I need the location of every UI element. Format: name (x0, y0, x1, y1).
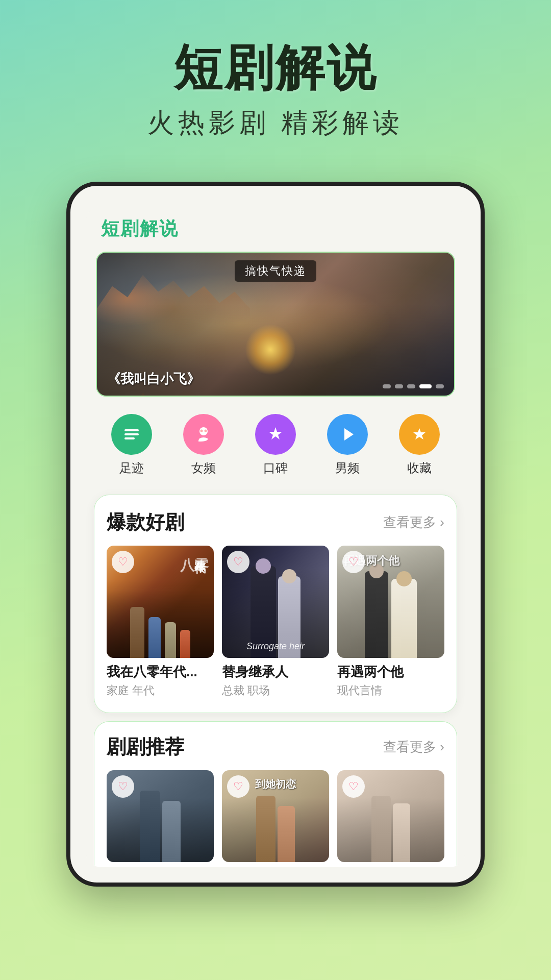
crowd-left (97, 253, 250, 365)
svg-rect-1 (124, 433, 139, 435)
main-subtitle: 火热影剧 精彩解读 (20, 105, 531, 141)
drama-name-2: 替身继承人 (222, 663, 329, 681)
cat-label-shoucang: 收藏 (407, 460, 432, 476)
heart-btn-5[interactable]: ♡ (227, 775, 249, 798)
cat-icon-koubei (255, 414, 296, 455)
drama-name-3: 再遇两个他 (337, 663, 444, 681)
svg-rect-2 (124, 437, 135, 439)
cat-item-nvpin[interactable]: 女频 (183, 414, 224, 476)
cat-item-koubei[interactable]: 口碑 (255, 414, 296, 476)
cat-icon-zuji (111, 414, 152, 455)
dot-5 (436, 384, 444, 388)
drama-grid: 八零年代 ♡ 我在八零年代... 家庭 年代 (107, 546, 444, 698)
recommend-cover-3: ♡ (337, 770, 444, 862)
banner-image: 搞快气快递 《我叫白小飞》 (97, 253, 454, 396)
cat-icon-shoucang (399, 414, 440, 455)
drama-cover-2: Surrogate heir ♡ (222, 546, 329, 658)
svg-point-4 (201, 429, 203, 432)
cat-item-shoucang[interactable]: 收藏 (399, 414, 440, 476)
banner-dots (383, 384, 444, 388)
section-hot-title: 爆款好剧 (107, 509, 184, 535)
drama-name-1: 我在八零年代... (107, 663, 214, 681)
cat-label-zuji: 足迹 (119, 460, 144, 476)
drama-cover-1: 八零年代 ♡ (107, 546, 214, 658)
page-header: 短剧解说 火热影剧 精彩解读 (0, 0, 551, 161)
section-hot-dramas: 爆款好剧 查看更多 › (94, 495, 457, 713)
recommend-grid: ♡ 到她初恋 ♡ (107, 770, 444, 862)
categories-row: 足迹 女频 口碑 (86, 402, 465, 486)
section-recommend-more[interactable]: 查看更多 › (383, 738, 444, 756)
drama-cover-3: 再遇两个他 ♡ (337, 546, 444, 658)
app-screen: 短剧解说 搞快气快递 《我叫白小飞》 (86, 206, 465, 867)
section-recommend-title: 剧剧推荐 (107, 734, 184, 760)
cat-icon-nanpin (327, 414, 368, 455)
banner-container[interactable]: 搞快气快递 《我叫白小飞》 (96, 252, 455, 397)
cat-item-nanpin[interactable]: 男频 (327, 414, 368, 476)
cat-item-zuji[interactable]: 足迹 (111, 414, 152, 476)
cat-label-nvpin: 女频 (191, 460, 216, 476)
phone-mockup: 短剧解说 搞快气快递 《我叫白小飞》 (66, 182, 485, 887)
drama-info-2: 替身继承人 总裁 职场 (222, 663, 329, 698)
drama-info-1: 我在八零年代... 家庭 年代 (107, 663, 214, 698)
svg-point-5 (205, 429, 207, 432)
svg-rect-0 (124, 429, 139, 431)
recommend-item-1[interactable]: ♡ (107, 770, 214, 862)
banner-label: 《我叫白小飞》 (107, 370, 200, 388)
heart-btn-6[interactable]: ♡ (342, 775, 365, 798)
svg-marker-6 (344, 428, 354, 440)
drama-item-1[interactable]: 八零年代 ♡ 我在八零年代... 家庭 年代 (107, 546, 214, 698)
section-hot-header: 爆款好剧 查看更多 › (107, 509, 444, 535)
cat-icon-nvpin (183, 414, 224, 455)
section-hot-more[interactable]: 查看更多 › (383, 513, 444, 531)
heart-btn-1[interactable]: ♡ (112, 551, 134, 573)
drama-tags-3: 现代言情 (337, 683, 444, 698)
recommend-item-2[interactable]: 到她初恋 ♡ (222, 770, 329, 862)
cat-label-koubei: 口碑 (263, 460, 288, 476)
recommend-cover-1: ♡ (107, 770, 214, 862)
drama-tags-1: 家庭 年代 (107, 683, 214, 698)
section-recommend: 剧剧推荐 查看更多 › ♡ (94, 721, 457, 867)
app-header: 短剧解说 (86, 206, 465, 247)
heart-btn-3[interactable]: ♡ (342, 551, 365, 573)
dot-2 (395, 384, 403, 388)
dot-3 (407, 384, 415, 388)
cat-label-nanpin: 男频 (335, 460, 360, 476)
heart-btn-4[interactable]: ♡ (112, 775, 134, 798)
dot-4-active (419, 384, 432, 388)
drama-tags-2: 总裁 职场 (222, 683, 329, 698)
heart-btn-2[interactable]: ♡ (227, 551, 249, 573)
section-recommend-header: 剧剧推荐 查看更多 › (107, 734, 444, 760)
drama-item-2[interactable]: Surrogate heir ♡ 替身继承人 总裁 职场 (222, 546, 329, 698)
recommend-cover-2: 到她初恋 ♡ (222, 770, 329, 862)
main-title: 短剧解说 (20, 41, 531, 95)
dot-1 (383, 384, 391, 388)
drama-item-3[interactable]: 再遇两个他 ♡ 再遇两个他 现代言情 (337, 546, 444, 698)
light-effect (245, 324, 296, 375)
drama-info-3: 再遇两个他 现代言情 (337, 663, 444, 698)
app-title-label: 短剧解说 (101, 218, 179, 239)
recommend-item-3[interactable]: ♡ (337, 770, 444, 862)
